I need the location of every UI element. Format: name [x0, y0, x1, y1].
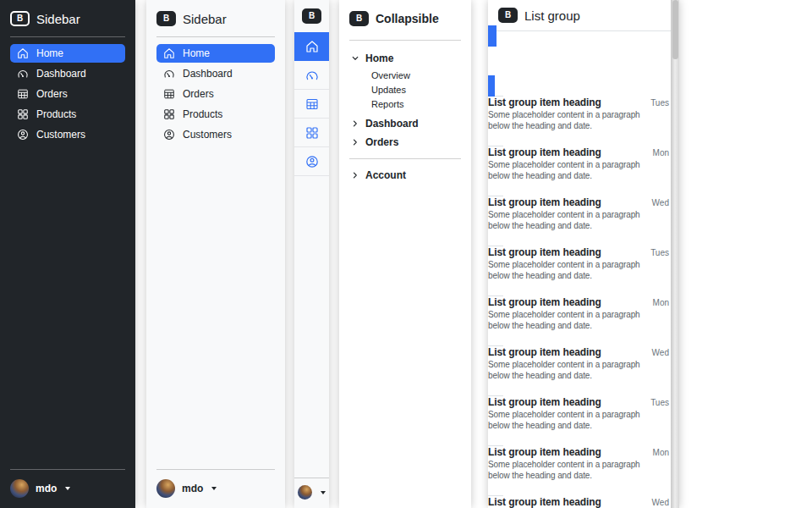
list-item-body: Some placeholder content in a paragraph … — [488, 310, 657, 331]
divider — [349, 158, 461, 159]
divider — [156, 469, 275, 470]
list-group: List group item headingWed Some placehol… — [488, 31, 671, 508]
icon-sidebar: B — [294, 0, 329, 508]
caret-down-icon — [211, 487, 217, 490]
brand-link[interactable]: B Collapsible — [349, 8, 461, 33]
sidebar-footer — [294, 478, 329, 508]
list-item-date: Tues — [650, 398, 669, 407]
house-icon — [17, 47, 29, 59]
user-menu[interactable]: mdo — [10, 479, 125, 498]
nav-item-dashboard[interactable]: Dashboard — [156, 64, 275, 83]
nav-item-orders[interactable] — [294, 90, 329, 119]
user-name: mdo — [182, 483, 203, 494]
divider — [349, 40, 461, 41]
collapse-toggle-home[interactable]: Home — [349, 49, 461, 68]
nav-label: Products — [183, 109, 222, 120]
nav-item-dashboard[interactable] — [294, 61, 329, 90]
nav-item-home[interactable]: Home — [10, 44, 125, 63]
house-icon — [305, 40, 319, 53]
avatar — [298, 485, 312, 500]
avatar — [10, 479, 29, 498]
nav-label: Orders — [183, 89, 214, 100]
chevron-right-icon — [351, 119, 359, 128]
list-item-body: Some placeholder content in a paragraph … — [488, 160, 657, 181]
list-item-body: Some placeholder content in a paragraph … — [488, 460, 657, 481]
scrollbar-thumb[interactable] — [672, 0, 678, 59]
subnav-item-reports[interactable]: Reports — [371, 97, 461, 111]
nav-item-customers[interactable]: Customers — [156, 125, 275, 144]
list-item-heading: List group item heading — [488, 246, 601, 258]
nav-label: Home — [183, 48, 210, 59]
nav-item-home[interactable]: Home — [156, 44, 275, 63]
collapse-toggle-account[interactable]: Account — [349, 166, 461, 185]
list-item[interactable]: List group item headingMon Some placehol… — [488, 275, 671, 346]
list-item-date: Wed — [652, 348, 669, 357]
brand-title: Sidebar — [183, 12, 227, 26]
nav-label: Home — [36, 48, 63, 59]
speedometer-icon — [163, 68, 175, 80]
nav-item-home[interactable] — [294, 32, 329, 61]
divider — [10, 36, 125, 37]
subnav-item-overview[interactable]: Overview — [371, 68, 461, 82]
nav-label: Dashboard — [183, 69, 233, 80]
list-item[interactable]: List group item headingWed Some placehol… — [488, 175, 671, 246]
collapse-toggle-orders[interactable]: Orders — [349, 133, 461, 152]
list-item[interactable]: List group item headingTues Some placeho… — [488, 75, 671, 146]
list-item[interactable]: List group item headingMon Some placehol… — [488, 125, 671, 196]
list-item-date: Mon — [653, 148, 669, 157]
person-circle-icon — [163, 129, 175, 141]
nav-item-products[interactable]: Products — [156, 105, 275, 124]
list-item-body: Some placeholder content in a paragraph … — [488, 110, 657, 131]
section-label: Dashboard — [365, 118, 419, 130]
section-label: Account — [365, 169, 406, 181]
scrollbar[interactable] — [671, 0, 679, 508]
speedometer-icon — [305, 69, 319, 82]
brand-link[interactable]: B List group — [488, 0, 679, 31]
nav-item-customers[interactable] — [294, 147, 329, 176]
nav-label: Customers — [183, 130, 232, 141]
subnav-item-updates[interactable]: Updates — [371, 82, 461, 97]
brand-title: Sidebar — [36, 12, 80, 26]
list-item[interactable]: List group item headingWed Some placehol… — [488, 325, 671, 396]
list-item[interactable]: List group item headingWed Some placehol… — [488, 25, 671, 97]
nav-item-products[interactable] — [294, 119, 329, 147]
nav-item-products[interactable]: Products — [10, 105, 125, 124]
collapse-toggle-dashboard[interactable]: Dashboard — [349, 114, 461, 133]
nav-label: Customers — [36, 130, 85, 141]
brand-link[interactable]: B Sidebar — [10, 8, 125, 33]
dark-sidebar: B Sidebar Home Dashboard Orders — [0, 0, 135, 508]
list-item[interactable]: List group item headingTues Some placeho… — [488, 225, 671, 296]
list-item-date: Wed — [652, 48, 669, 58]
divider — [294, 478, 329, 478]
nav-item-customers[interactable]: Customers — [10, 125, 125, 144]
chevron-right-icon — [351, 171, 359, 179]
user-menu[interactable] — [294, 485, 329, 508]
nav-item-orders[interactable]: Orders — [10, 85, 125, 103]
brand-link[interactable]: B Sidebar — [156, 8, 275, 33]
list-item[interactable]: List group item headingTues Some placeho… — [488, 375, 671, 446]
collapsible-sidebar: B Collapsible Home Overview Updates Repo… — [339, 0, 471, 508]
chevron-right-icon — [351, 138, 359, 146]
collapse-nav: Home Overview Updates Reports Dashboard … — [349, 49, 461, 185]
list-item-heading: List group item heading — [488, 446, 601, 458]
person-circle-icon — [305, 155, 319, 168]
list-item[interactable]: List group item headingMon Some placehol… — [488, 425, 671, 496]
light-sidebar: B Sidebar Home Dashboard Orders — [146, 0, 285, 508]
list-item-body: Some placeholder content in a paragraph … — [488, 260, 657, 281]
nav-item-dashboard[interactable]: Dashboard — [10, 64, 125, 83]
table-icon — [163, 88, 175, 100]
nav-label: Dashboard — [36, 69, 86, 80]
user-menu[interactable]: mdo — [156, 479, 275, 498]
chevron-down-icon — [351, 54, 359, 63]
bootstrap-logo-icon: B — [349, 11, 369, 26]
bootstrap-logo-icon: B — [156, 11, 176, 26]
nav: Home Dashboard Orders Products — [156, 44, 275, 144]
home-children: Overview Updates Reports — [349, 68, 461, 114]
nav-label: Products — [36, 109, 76, 120]
caret-down-icon — [321, 491, 326, 494]
caret-down-icon — [65, 487, 70, 490]
brand-link[interactable]: B — [294, 0, 329, 32]
table-icon — [305, 97, 319, 111]
nav-item-orders[interactable]: Orders — [156, 85, 275, 103]
grid-icon — [305, 126, 319, 140]
